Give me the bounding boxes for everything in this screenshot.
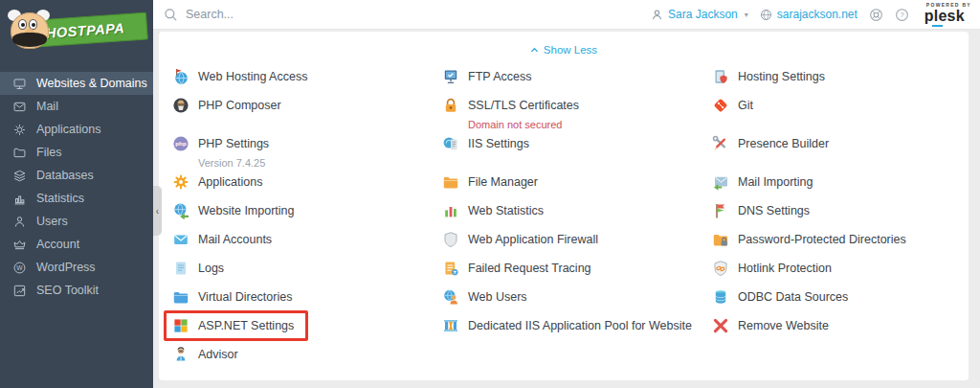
envelope-icon: [172, 231, 189, 248]
sidebar-menu: Websites & DomainsMailApplicationsFilesD…: [0, 59, 153, 302]
tool-link-website-importing[interactable]: Website Importing: [172, 202, 295, 219]
sidebar-item-label: Websites & Domains: [36, 77, 147, 90]
gear-icon: [12, 123, 27, 137]
tool-cell-web-users: Web Users: [442, 288, 712, 317]
sidebar-item-seo-toolkit[interactable]: SEO Toolkit: [0, 279, 153, 302]
hostpapa-logo[interactable]: HOSTPAPA: [0, 0, 153, 59]
iis-icon: [442, 135, 459, 152]
tool-link-web-hosting-access[interactable]: Web Hosting Access: [172, 68, 307, 85]
tools-panel: Show Less Web Hosting AccessFTP AccessHo…: [159, 32, 969, 380]
tool-link-applications[interactable]: Applications: [172, 173, 262, 191]
dns-flag-icon: [712, 202, 729, 219]
topbar: Sara Jackson ▾ sarajackson.net ? POWERED…: [153, 0, 980, 30]
tool-label: FTP Access: [468, 68, 531, 85]
tool-link-php-settings[interactable]: phpPHP Settings: [172, 135, 269, 152]
tool-label: File Manager: [468, 173, 538, 191]
tool-link-web-users[interactable]: Web Users: [442, 288, 527, 306]
tool-link-hosting-settings[interactable]: Hosting Settings: [712, 68, 825, 85]
tool-link-mail-accounts[interactable]: Mail Accounts: [172, 231, 272, 248]
tool-label: Web Hosting Access: [198, 68, 307, 85]
plesk-logo[interactable]: POWERED BY plesk: [924, 3, 971, 27]
tool-cell-git: Git: [712, 97, 969, 126]
sidebar-item-websites-domains[interactable]: Websites & Domains: [0, 72, 153, 95]
tool-link-failed-request-tracing[interactable]: Failed Request Tracing: [442, 260, 591, 277]
tool-link-mail-importing[interactable]: Mail Importing: [712, 173, 813, 191]
advisor-icon: [172, 346, 189, 363]
tool-link-dns-settings[interactable]: DNS Settings: [712, 202, 810, 219]
sidebar-item-mail[interactable]: Mail: [0, 95, 153, 118]
chevron-down-icon: ▾: [745, 11, 748, 19]
monitor-icon: [12, 77, 27, 91]
tool-link-web-application-firewall[interactable]: Web Application Firewall: [442, 231, 598, 248]
sidebar-item-statistics[interactable]: Statistics: [0, 187, 153, 210]
sidebar-item-wordpress[interactable]: WWordPress: [0, 256, 153, 279]
php-icon: php: [172, 135, 189, 152]
tools-grid-row: Website ImportingWeb StatisticsDNS Setti…: [172, 202, 969, 231]
globe-icon: [760, 9, 772, 21]
help-icon[interactable]: ?: [895, 8, 909, 22]
tools-grid-row: LogsFailed Request TracingHotlink Protec…: [172, 260, 969, 288]
tool-link-hotlink-protection[interactable]: Hotlink Protection: [712, 260, 832, 277]
tool-cell-failed-request-tracing: Failed Request Tracing: [442, 260, 712, 288]
tool-link-logs[interactable]: Logs: [172, 260, 224, 277]
folder-orange-icon: [442, 173, 459, 191]
lifebuoy-icon[interactable]: [869, 8, 883, 22]
tool-link-asp-net-settings[interactable]: ASP.NET Settings: [164, 310, 308, 341]
sidebar-item-label: Account: [36, 238, 79, 251]
tool-link-php-composer[interactable]: PHP Composer: [172, 97, 281, 114]
tool-link-file-manager[interactable]: File Manager: [442, 173, 538, 191]
tool-link-virtual-directories[interactable]: Virtual Directories: [172, 288, 292, 306]
tool-cell-hotlink-protection: Hotlink Protection: [712, 260, 969, 288]
tool-link-git[interactable]: Git: [712, 97, 753, 114]
tool-cell-dedicated-iis-application-pool-for-website: Dedicated IIS Application Pool for Websi…: [442, 317, 712, 346]
bar-chart-icon: [442, 202, 459, 219]
pencil-wrench-icon: [712, 135, 729, 152]
tool-label: Web Users: [468, 288, 527, 306]
tool-link-ssl-tls-certificates[interactable]: SSL/TLS Certificates: [442, 97, 579, 114]
tools-grid-row: PHP ComposerSSL/TLS CertificatesDomain n…: [172, 97, 969, 135]
sidebar-item-label: SEO Toolkit: [36, 284, 99, 297]
tool-cell-advisor: Advisor: [172, 346, 442, 375]
show-less-link[interactable]: Show Less: [159, 32, 969, 57]
tool-label: Logs: [198, 260, 224, 277]
sidebar-item-label: Statistics: [36, 192, 84, 205]
tool-cell-web-statistics: Web Statistics: [442, 202, 712, 231]
plesk-underline: [932, 25, 943, 27]
shield-link-icon: [712, 260, 729, 277]
tools-grid-row: Mail AccountsWeb Application FirewallPas…: [172, 231, 969, 260]
tool-link-ftp-access[interactable]: FTP Access: [442, 68, 531, 85]
user-menu[interactable]: Sara Jackson ▾: [651, 8, 748, 21]
gear-orange-icon: [172, 173, 189, 191]
tool-cell-hosting-settings: Hosting Settings: [712, 68, 969, 97]
crown-icon: [12, 238, 27, 252]
mail-import-icon: [712, 173, 729, 191]
tool-link-presence-builder[interactable]: Presence Builder: [712, 135, 829, 152]
mail-icon: [12, 100, 27, 114]
sidebar-item-databases[interactable]: Databases: [0, 164, 153, 187]
tool-label: ASP.NET Settings: [198, 317, 294, 334]
search-icon: [164, 8, 178, 22]
tool-link-advisor[interactable]: Advisor: [172, 346, 238, 363]
tool-label: SSL/TLS Certificates: [468, 97, 579, 114]
tool-cell-mail-accounts: Mail Accounts: [172, 231, 442, 260]
sidebar-item-applications[interactable]: Applications: [0, 118, 153, 141]
tool-link-remove-website[interactable]: Remove Website: [712, 317, 829, 334]
sidebar-item-label: Mail: [36, 100, 58, 113]
hostpapa-brand-text: HOSTPAPA: [45, 20, 124, 41]
domain-link[interactable]: sarajackson.net: [760, 8, 858, 21]
tool-label: Web Application Firewall: [468, 231, 598, 248]
tool-link-odbc-data-sources[interactable]: ODBC Data Sources: [712, 288, 848, 306]
tool-link-dedicated-iis-application-pool-for-website[interactable]: Dedicated IIS Application Pool for Websi…: [442, 317, 692, 334]
search-input[interactable]: [186, 8, 492, 21]
tool-link-web-statistics[interactable]: Web Statistics: [442, 202, 544, 219]
sidebar-item-files[interactable]: Files: [0, 141, 153, 164]
sidebar-item-users[interactable]: Users: [0, 210, 153, 233]
sidebar-item-account[interactable]: Account: [0, 233, 153, 256]
tool-link-iis-settings[interactable]: IIS Settings: [442, 135, 529, 152]
composer-icon: [172, 97, 189, 114]
tool-label: Dedicated IIS Application Pool for Websi…: [468, 317, 692, 334]
sidebar-collapse-handle[interactable]: ‹: [153, 186, 162, 236]
globe-user-icon: [442, 288, 459, 306]
tools-grid: Web Hosting AccessFTP AccessHosting Sett…: [159, 68, 969, 375]
tool-link-password-protected-directories[interactable]: Password-Protected Directories: [712, 231, 906, 248]
